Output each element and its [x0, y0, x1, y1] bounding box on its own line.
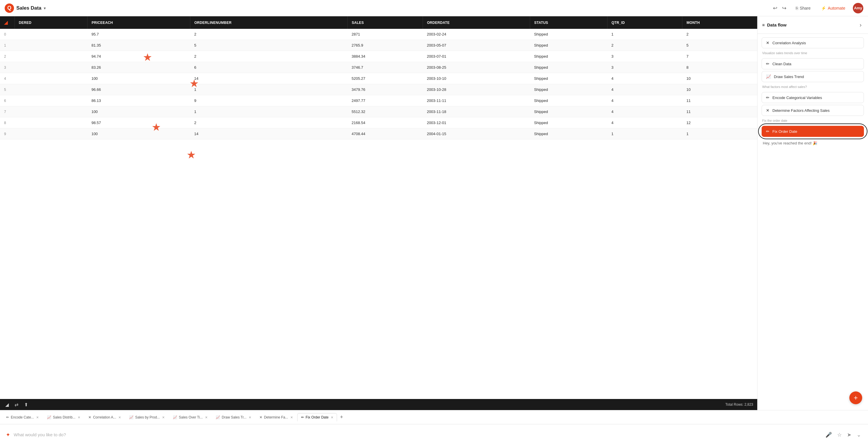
footer-export-icon[interactable]: ⬆	[23, 401, 29, 408]
col-header-status: STATUS	[530, 16, 607, 29]
encode-icon: ✏	[766, 95, 770, 100]
collapse-button[interactable]: ⌄	[856, 431, 862, 439]
section-label-1: Visualize sales trends over time	[762, 51, 864, 55]
draw-icon: 📈	[766, 74, 771, 79]
undo-button[interactable]: ↩	[771, 3, 779, 13]
tab-label: Encode Cate...	[11, 415, 34, 419]
cell-month: 11	[682, 106, 757, 117]
tab-sales-distrib[interactable]: 📈 Sales Distrib... ×	[43, 413, 84, 421]
cell-sales: 3746.7	[347, 62, 423, 73]
flow-item-determine[interactable]: ✕ Determine Factors Affecting Sales	[762, 105, 864, 116]
tab-label: Determine Fa...	[264, 415, 288, 419]
end-message: Hey, you've reached the end! 🎉	[762, 139, 864, 148]
section-label-2: What factors most affect sales?	[762, 85, 864, 89]
prompt-input[interactable]	[14, 432, 821, 437]
cell-month: 5	[682, 40, 757, 51]
table-row: 4 100 14 5205.27 2003-10-10 Shipped 4 10	[0, 73, 757, 84]
add-tab-button[interactable]: +	[338, 413, 345, 421]
col-header-index: ◢	[0, 16, 14, 29]
cell-qtrid: 1	[607, 129, 682, 139]
undo-redo-group: ↩ ↪	[771, 3, 788, 13]
cell-idx: 7	[0, 106, 14, 117]
tab-fix-order-date[interactable]: ✏ Fix Order Date ×	[297, 413, 337, 421]
tab-close-icon[interactable]: ×	[205, 415, 208, 419]
app-logo[interactable]: Q	[5, 3, 14, 13]
table-row: 0 95.7 2 2871 2003-02-24 Shipped 1 2	[0, 29, 757, 40]
tab-determine-fa[interactable]: ✕ Determine Fa... ×	[256, 413, 297, 421]
automate-icon: ⚡	[821, 6, 826, 10]
app-title: Sales Data	[16, 5, 41, 11]
cell-qtrid: 4	[607, 117, 682, 129]
footer-filter-icon[interactable]: ◢	[4, 401, 10, 408]
tab-close-icon[interactable]: ×	[36, 415, 38, 419]
table-body: 0 95.7 2 2871 2003-02-24 Shipped 1 2 1 8…	[0, 29, 757, 139]
cell-priceeach: 100	[88, 129, 190, 139]
tab-close-icon[interactable]: ×	[290, 415, 292, 419]
table-row: 2 94.74 2 3884.34 2003-07-01 Shipped 3 7	[0, 51, 757, 62]
panel-expand-button[interactable]: ›	[858, 20, 863, 30]
cell-status: Shipped	[530, 117, 607, 129]
cell-orderdate: 2003-10-28	[423, 84, 530, 95]
cell-qtrid: 3	[607, 51, 682, 62]
cell-dered	[14, 62, 88, 73]
table-container[interactable]: ◢ DERED PRICEEACH ORDERLINENUMBER SALES …	[0, 16, 757, 399]
cell-priceeach: 81.35	[88, 40, 190, 51]
share-button[interactable]: ⎘ Share	[793, 4, 813, 12]
prompt-actions: 🎤 ☆ ➤ ⌄	[824, 431, 862, 439]
tab-close-icon[interactable]: ×	[78, 415, 80, 419]
table-row: 5 96.66 1 3479.76 2003-10-28 Shipped 4 1…	[0, 84, 757, 95]
star-button[interactable]: ☆	[836, 431, 843, 439]
cell-priceeach: 100	[88, 106, 190, 117]
cell-orderdate: 2003-02-24	[423, 29, 530, 40]
flow-item-draw[interactable]: 📈 Draw Sales Trend	[762, 71, 864, 82]
cell-dered	[14, 84, 88, 95]
flow-item-correlation[interactable]: ✕ Correlation Analysis	[762, 37, 864, 48]
cell-orderlinenumber: 1	[190, 84, 347, 95]
col-header-sales: SALES	[347, 16, 423, 29]
automate-button[interactable]: ⚡ Automate	[818, 4, 848, 12]
dataflow-icon: ≡	[762, 23, 765, 27]
tab-close-icon[interactable]: ×	[249, 415, 251, 419]
cell-dered	[14, 51, 88, 62]
cell-qtrid: 4	[607, 95, 682, 106]
flow-item-encode[interactable]: ✏ Encode Categorical Variables	[762, 92, 864, 103]
tab-correlation-a[interactable]: ✕ Correlation A... ×	[85, 413, 125, 421]
cell-priceeach: 100	[88, 73, 190, 84]
cell-dered	[14, 129, 88, 139]
cell-status: Shipped	[530, 29, 607, 40]
cell-priceeach: 95.7	[88, 29, 190, 40]
send-button[interactable]: ➤	[846, 431, 852, 439]
flow-item-clean[interactable]: ✏ Clean Data	[762, 58, 864, 69]
tab-close-icon[interactable]: ×	[119, 415, 121, 419]
flow-item-fixorder[interactable]: ✏ Fix Order Date	[762, 126, 864, 137]
cell-orderlinenumber: 5	[190, 40, 347, 51]
cell-sales: 2871	[347, 29, 423, 40]
cell-month: 7	[682, 51, 757, 62]
cell-idx: 6	[0, 95, 14, 106]
tab-draw-sales-tr[interactable]: 📈 Draw Sales Tr... ×	[212, 413, 255, 421]
tab-encode-cate[interactable]: ✏ Encode Cate... ×	[2, 413, 42, 421]
add-button[interactable]: +	[849, 391, 862, 404]
tab-sales-over-ti[interactable]: 📈 Sales Over Ti... ×	[169, 413, 211, 421]
cell-idx: 4	[0, 73, 14, 84]
cell-orderdate: 2003-10-10	[423, 73, 530, 84]
avatar[interactable]: Amy	[853, 3, 863, 13]
cell-status: Shipped	[530, 106, 607, 117]
redo-button[interactable]: ↪	[780, 3, 788, 13]
cell-month: 11	[682, 95, 757, 106]
table-row: 6 86.13 9 2497.77 2003-11-11 Shipped 4 1…	[0, 95, 757, 106]
tab-close-icon[interactable]: ×	[162, 415, 164, 419]
cell-orderdate: 2004-01-15	[423, 129, 530, 139]
cell-orderdate: 2003-11-11	[423, 95, 530, 106]
mic-button[interactable]: 🎤	[824, 431, 833, 439]
header-right: ↩ ↪ ⎘ Share ⚡ Automate Amy	[771, 3, 863, 13]
cell-month: 12	[682, 117, 757, 129]
title-chevron-icon[interactable]: ▾	[44, 6, 46, 10]
footer-sort-icon[interactable]: ⇄	[13, 401, 20, 408]
tab-sales-by-prod[interactable]: 📈 Sales by Prod... ×	[125, 413, 168, 421]
total-rows-label: Total Rows: 2,823	[725, 403, 753, 407]
col-header-dered: DERED	[14, 16, 88, 29]
cell-orderlinenumber: 14	[190, 73, 347, 84]
tab-close-icon[interactable]: ×	[331, 415, 333, 419]
cell-sales: 2168.54	[347, 117, 423, 129]
